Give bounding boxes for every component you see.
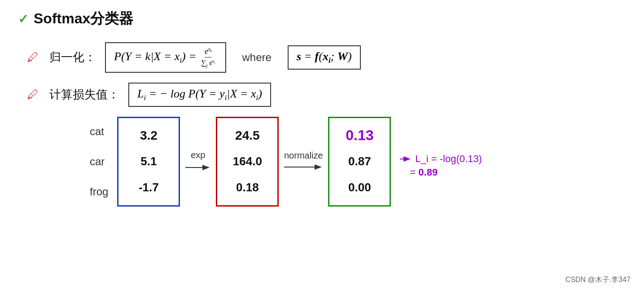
class-labels: cat car frog (90, 117, 108, 207)
fraction-numerator: esk (205, 47, 212, 57)
result-value: 0.89 (418, 167, 438, 178)
exp-arrow-icon (184, 162, 211, 173)
class-label-frog: frog (90, 178, 108, 205)
formula-section: 🖊 归一化： P(Y = k|X = xi) = esk ∑j esj wher… (18, 42, 626, 107)
result-line2: = 0.89 (399, 167, 482, 178)
exp-arrow-group: exp (184, 117, 211, 207)
norm-frog: 0.00 (334, 175, 385, 200)
formula-row-2: 🖊 计算损失值： Li = − log P(Y = yi|X = xi) (27, 83, 626, 107)
csdn-credit: CSDN @木子.李347 (565, 275, 631, 285)
class-label-car: car (90, 148, 108, 175)
formula-math-1: P(Y = k|X = xi) = esk ∑j esj (114, 47, 217, 68)
result-arrow-icon (399, 154, 412, 164)
class-label-cat: cat (90, 118, 108, 145)
score-cat: 3.2 (123, 123, 174, 148)
formula-box-side: s = f(xi; W) (288, 45, 361, 70)
normalize-arrow-group: normalize (283, 117, 324, 207)
normalize-label: normalize (284, 150, 323, 161)
normalize-arrow-icon (283, 162, 324, 172)
score-car: 5.1 (123, 149, 174, 174)
page-container: ✓ Softmax分类器 🖊 归一化： P(Y = k|X = xi) = es… (0, 0, 644, 291)
exp-car: 164.0 (222, 149, 273, 174)
norm-car: 0.87 (334, 149, 385, 174)
where-text: where (242, 51, 272, 64)
norm-cat: 0.13 (334, 123, 385, 148)
formula-math-side: s = f(xi; W) (297, 50, 352, 65)
formula-box-2: Li = − log P(Y = yi|X = xi) (128, 83, 271, 107)
result-annotation: L_i = -log(0.13) = 0.89 (399, 145, 482, 178)
page-title: Softmax分类器 (34, 9, 133, 29)
exp-label: exp (191, 150, 205, 160)
exp-frog: 0.18 (222, 175, 273, 200)
diagram-section: cat car frog 3.2 5.1 -1.7 exp 24.5 (18, 117, 626, 207)
exp-box: 24.5 164.0 0.18 (216, 117, 279, 207)
formula-box-1: P(Y = k|X = xi) = esk ∑j esj (105, 42, 226, 73)
title-row: ✓ Softmax分类器 (18, 9, 626, 29)
score-box: 3.2 5.1 -1.7 (117, 117, 180, 207)
exp-cat: 24.5 (222, 123, 273, 148)
norm-box: 0.13 0.87 0.00 (328, 117, 391, 207)
checkmark-icon: ✓ (18, 12, 28, 26)
norm-cat-value: 0.13 (346, 127, 373, 144)
formula-row-1: 🖊 归一化： P(Y = k|X = xi) = esk ∑j esj wher… (27, 42, 626, 73)
formula-label-1: 归一化： (49, 49, 96, 65)
pencil-icon-1: 🖊 (27, 50, 39, 64)
score-frog: -1.7 (123, 175, 174, 200)
pencil-icon-2: 🖊 (27, 88, 39, 101)
fraction-denominator: ∑j esj (201, 58, 215, 68)
formula-math-2: Li = − log P(Y = yi|X = xi) (137, 87, 262, 102)
fraction: esk ∑j esj (201, 47, 215, 68)
result-line1: L_i = -log(0.13) (415, 153, 482, 165)
formula-label-2: 计算损失值： (49, 87, 119, 102)
result-arrow-row: L_i = -log(0.13) (399, 153, 482, 165)
